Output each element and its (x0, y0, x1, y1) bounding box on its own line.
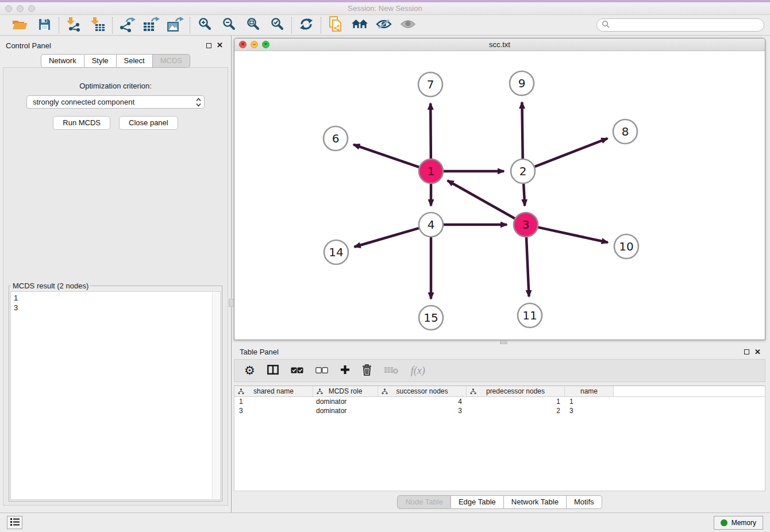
task-history-button[interactable] (7, 516, 22, 529)
search-box[interactable] (596, 18, 764, 32)
network-window-titlebar[interactable]: ✕ − + scc.txt (234, 38, 765, 51)
tab-network[interactable]: Network (41, 54, 84, 68)
graph-edge-2-9[interactable] (522, 102, 522, 159)
mcds-result-title: MCDS result (2 nodes) (11, 282, 90, 290)
list-icon (10, 518, 20, 527)
graph-edge-1-7[interactable] (430, 103, 431, 159)
graph-node-11[interactable]: 11 (518, 303, 542, 327)
svg-text:3: 3 (522, 218, 530, 232)
select-all-button[interactable] (291, 362, 303, 379)
column-header-predecessor-nodes[interactable]: predecessor nodes (467, 386, 565, 396)
graph-node-7[interactable]: 7 (418, 72, 442, 97)
export-image-button[interactable] (166, 17, 184, 34)
tab-node-table[interactable]: Node Table (397, 495, 451, 509)
graph-node-3[interactable]: 3 (514, 213, 538, 237)
table-cell: 4 (378, 397, 467, 406)
result-scrollbar[interactable] (212, 292, 220, 499)
graph-node-1[interactable]: 1 (419, 159, 443, 183)
mcds-result-group: MCDS result (2 nodes) 1 3 (9, 282, 222, 502)
svg-text:7: 7 (427, 78, 434, 91)
open-session-button[interactable] (11, 17, 29, 34)
close-panel-button[interactable]: Close panel (119, 116, 178, 130)
delete-table-button[interactable] (384, 362, 399, 379)
table-row[interactable]: 1dominator411 (234, 397, 765, 406)
refresh-button[interactable] (297, 17, 315, 34)
table-tabs: Node Table Edge Table Network Table Moti… (234, 491, 765, 512)
table-body: 1dominator4113dominator323 (234, 397, 765, 415)
float-table-panel-icon[interactable] (744, 349, 749, 354)
table-row[interactable]: 3dominator323 (234, 406, 765, 415)
column-header-name[interactable]: name (565, 386, 614, 396)
graph-node-6[interactable]: 6 (324, 126, 348, 151)
export-table-button[interactable] (142, 17, 160, 34)
import-table-button[interactable] (88, 17, 107, 34)
vertical-splitter-handle[interactable] (229, 299, 234, 307)
tab-network-table[interactable]: Network Table (504, 495, 567, 509)
mcds-result-list[interactable]: 1 3 (10, 291, 221, 500)
graph-edge-3-1[interactable] (448, 180, 515, 218)
column-header-mcds-role[interactable]: MCDS role (313, 386, 378, 396)
run-mcds-button[interactable]: Run MCDS (53, 116, 110, 130)
graph-edge-2-8[interactable] (535, 138, 608, 167)
table-cell: 1 (565, 397, 614, 406)
app-title: Session: New Session (0, 4, 770, 13)
trash-icon (362, 364, 372, 377)
graph-node-9[interactable]: 9 (510, 71, 534, 95)
attribute-type-icon (470, 388, 476, 396)
export-network-button[interactable] (118, 17, 136, 34)
graph-edge-4-14[interactable] (355, 228, 419, 247)
graph-edge-2-3[interactable] (523, 184, 525, 206)
network-window-title: scc.txt (234, 40, 765, 49)
table-cell: 3 (234, 406, 313, 415)
dropdown-stepper-icon (196, 98, 201, 107)
column-header-shared-name[interactable]: shared name (234, 386, 313, 396)
graph-node-4[interactable]: 4 (419, 213, 443, 237)
home-button[interactable] (351, 17, 369, 34)
split-view-button[interactable] (267, 362, 279, 379)
horizontal-splitter[interactable] (234, 340, 765, 345)
control-panel-title: Control Panel (6, 41, 51, 50)
close-panel-icon[interactable]: ✕ (217, 43, 223, 48)
criterion-dropdown[interactable]: strongly connected component (26, 95, 205, 109)
graph-node-10[interactable]: 10 (614, 234, 638, 259)
network-graph[interactable]: 7968124314101511 (234, 51, 764, 340)
tab-select[interactable]: Select (117, 54, 153, 68)
column-header-successor-nodes[interactable]: successor nodes (378, 386, 467, 396)
graph-node-8[interactable]: 8 (613, 119, 637, 144)
function-builder-button[interactable]: f(x) (411, 362, 425, 379)
export-network-icon (119, 17, 136, 34)
criterion-value: strongly connected component (33, 98, 134, 106)
svg-text:14: 14 (329, 245, 343, 259)
add-column-button[interactable] (340, 362, 350, 379)
save-session-button[interactable] (35, 17, 53, 34)
tab-mcds[interactable]: MCDS (153, 54, 190, 68)
table-cell: dominator (313, 397, 378, 406)
tab-edge-table[interactable]: Edge Table (451, 495, 504, 509)
table-settings-button[interactable]: ⚙ (244, 362, 255, 379)
graph-edge-3-11[interactable] (526, 237, 529, 296)
float-panel-icon[interactable] (206, 43, 211, 48)
deselect-all-button[interactable] (315, 362, 328, 379)
show-graphics-details-button[interactable] (399, 17, 417, 34)
network-canvas[interactable]: 7968124314101511 (234, 51, 765, 340)
graph-node-2[interactable]: 2 (511, 159, 535, 183)
graph-node-14[interactable]: 14 (324, 240, 348, 264)
hide-graphics-details-button[interactable] (375, 17, 393, 34)
tab-style[interactable]: Style (84, 54, 117, 68)
zoom-in-button[interactable] (195, 17, 214, 34)
zoom-out-button[interactable] (220, 17, 238, 34)
graph-edge-3-10[interactable] (538, 228, 607, 242)
memory-button[interactable]: Memory (714, 516, 763, 530)
search-input[interactable] (613, 21, 759, 29)
zoom-selected-button[interactable] (268, 17, 286, 34)
close-table-panel-icon[interactable]: ✕ (754, 349, 761, 355)
graph-edge-1-6[interactable] (353, 145, 419, 167)
import-network-button[interactable] (64, 17, 83, 34)
tab-motifs[interactable]: Motifs (567, 495, 602, 509)
export-table-icon (143, 17, 160, 34)
zoom-fit-button[interactable] (244, 17, 262, 34)
open-network-file-button[interactable] (326, 17, 345, 34)
delete-column-button[interactable] (362, 362, 372, 379)
horizontal-splitter-handle[interactable] (500, 341, 507, 344)
graph-node-15[interactable]: 15 (419, 306, 443, 330)
